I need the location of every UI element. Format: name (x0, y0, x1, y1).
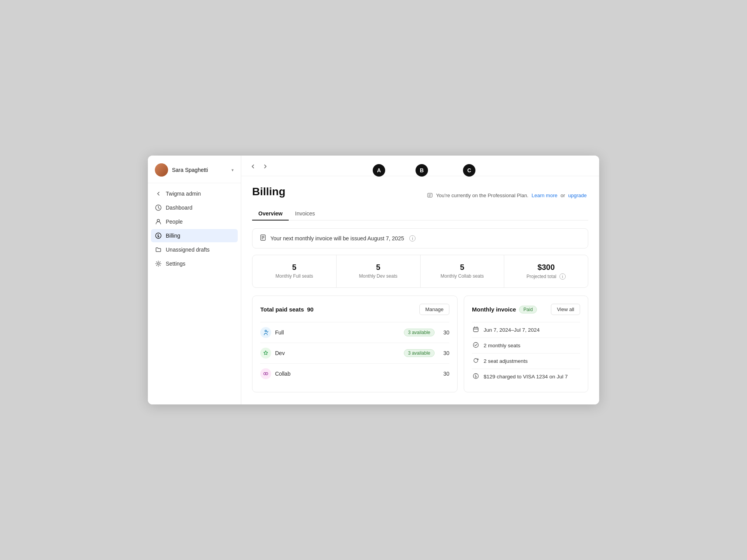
svg-rect-8 (473, 327, 478, 332)
paid-seats-title: Total paid seats 90 (260, 306, 314, 313)
calendar-icon (472, 326, 480, 334)
stat-full-seats-label: Monthly Full seats (259, 273, 330, 279)
plan-or-separator: or (561, 192, 565, 198)
avatar (155, 163, 168, 177)
check-circle-icon (472, 342, 480, 349)
full-seat-count: 30 (438, 329, 449, 336)
user-chevron-icon: ▾ (231, 168, 234, 173)
dev-seat-count: 30 (438, 350, 449, 356)
annotation-c: C (463, 164, 475, 177)
sidebar-item-dashboard-label: Dashboard (166, 205, 193, 211)
sidebar-nav: Twigma admin Dashboard (148, 183, 241, 274)
forward-nav-button[interactable] (260, 161, 271, 172)
monthly-invoice-header: Monthly invoice Paid View all (472, 304, 580, 315)
paid-seats-card: Total paid seats 90 Manage (252, 296, 458, 392)
sidebar-item-dashboard[interactable]: Dashboard (151, 201, 238, 214)
back-arrow-icon (155, 190, 162, 197)
user-menu[interactable]: Sara Spaghetti ▾ (148, 156, 241, 183)
dev-available-badge: 3 available (404, 349, 435, 357)
app-window: Sara Spaghetti ▾ Twigma admin (148, 156, 599, 404)
stat-collab-seats-label: Monthly Collab seats (427, 273, 498, 279)
page-title: Billing (252, 186, 286, 198)
invoice-info-icon[interactable]: i (409, 235, 416, 242)
collab-seat-icon (260, 368, 271, 379)
folder-icon (155, 246, 162, 253)
paid-seats-header: Total paid seats 90 Manage (260, 304, 449, 315)
invoice-charged: $129 charged to VISA 1234 on Jul 7 (472, 369, 580, 384)
plan-icon (427, 192, 433, 198)
main-content-area: A B C Billing You're currently on the Pr… (241, 156, 599, 404)
invoice-monthly-seats-text: 2 monthly seats (484, 343, 521, 348)
stat-collab-seats-value: 5 (427, 263, 498, 272)
upgrade-link[interactable]: upgrade (568, 192, 587, 198)
stat-dev-seats-value: 5 (343, 263, 414, 272)
people-icon (155, 218, 162, 225)
page-header-row: Billing You're currently on the Professi… (252, 186, 588, 205)
projected-info-icon[interactable]: i (559, 273, 566, 280)
refresh-icon (472, 357, 480, 365)
sidebar-item-unassigned-drafts[interactable]: Unassigned drafts (151, 243, 238, 256)
sidebar-item-people[interactable]: People (151, 215, 238, 228)
invoice-notice-icon (260, 234, 267, 243)
svg-point-9 (473, 343, 479, 348)
svg-rect-4 (428, 193, 432, 197)
stat-dev-seats: 5 Monthly Dev seats (337, 255, 421, 287)
dev-seat-icon (260, 348, 271, 359)
monthly-invoice-card: Monthly invoice Paid View all (464, 296, 588, 392)
annotation-b: B (416, 164, 428, 177)
invoice-date-range-text: Jun 7, 2024–Jul 7, 2024 (484, 327, 540, 333)
view-all-button[interactable]: View all (551, 304, 580, 315)
svg-point-1 (157, 219, 160, 222)
sidebar-item-settings[interactable]: Settings (151, 257, 238, 270)
invoice-seat-adjustments-text: 2 seat adjustments (484, 358, 528, 364)
tab-invoices[interactable]: Invoices (289, 207, 321, 220)
stat-dev-seats-label: Monthly Dev seats (343, 273, 414, 279)
full-available-badge: 3 available (404, 329, 435, 336)
main-content: A B C Billing You're currently on the Pr… (241, 176, 599, 404)
sidebar-item-billing[interactable]: Billing (151, 229, 238, 242)
monthly-invoice-title: Monthly invoice Paid (472, 306, 537, 313)
stat-projected-total-value: $300 (510, 263, 582, 272)
billing-tabs: Overview Invoices (252, 207, 588, 220)
manage-button[interactable]: Manage (419, 304, 449, 315)
two-col-section: Total paid seats 90 Manage (252, 296, 588, 392)
stat-projected-total-label: Projected total i (510, 273, 582, 280)
sidebar-item-billing-label: Billing (166, 233, 180, 239)
invoice-date-range: Jun 7, 2024–Jul 7, 2024 (472, 322, 580, 338)
stat-full-seats: 5 Monthly Full seats (253, 255, 337, 287)
invoice-notice-text: Your next monthly invoice will be issued… (270, 235, 404, 242)
plan-notice: You're currently on the Professional Pla… (425, 192, 588, 198)
sidebar: Sara Spaghetti ▾ Twigma admin (148, 156, 241, 404)
username-label: Sara Spaghetti (172, 167, 208, 173)
sidebar-item-twigma-admin-label: Twigma admin (166, 191, 201, 197)
navigation-arrows (247, 161, 271, 172)
stats-row: 5 Monthly Full seats 5 Monthly Dev seats… (252, 255, 588, 288)
stat-projected-total: $300 Projected total i (504, 255, 588, 287)
dollar-circle-icon (472, 373, 480, 380)
sidebar-item-twigma-admin[interactable]: Twigma admin (151, 187, 238, 200)
invoice-monthly-seats: 2 monthly seats (472, 338, 580, 353)
seat-row-full: Full 3 available 30 (260, 322, 449, 343)
stat-collab-seats: 5 Monthly Collab seats (421, 255, 505, 287)
collab-seat-name: Collab (275, 371, 438, 377)
plan-notice-text: You're currently on the Professional Pla… (436, 192, 529, 198)
back-nav-button[interactable] (247, 161, 258, 172)
tab-overview[interactable]: Overview (252, 207, 289, 220)
seat-row-dev: Dev 3 available 30 (260, 343, 449, 363)
sidebar-item-unassigned-drafts-label: Unassigned drafts (166, 247, 210, 253)
settings-icon (155, 260, 162, 267)
learn-more-link[interactable]: Learn more (531, 192, 557, 198)
sidebar-item-settings-label: Settings (166, 261, 186, 267)
sidebar-item-people-label: People (166, 219, 183, 225)
paid-badge: Paid (519, 306, 537, 313)
svg-point-3 (158, 263, 160, 265)
stat-full-seats-value: 5 (259, 263, 330, 272)
full-seat-name: Full (275, 329, 404, 336)
annotation-a: A (373, 164, 385, 177)
billing-icon (155, 232, 162, 239)
dashboard-icon (155, 204, 162, 211)
seat-row-collab: Collab 30 (260, 363, 449, 384)
invoice-seat-adjustments: 2 seat adjustments (472, 353, 580, 369)
full-seat-icon (260, 327, 271, 338)
invoice-notice-banner: Your next monthly invoice will be issued… (252, 228, 588, 248)
